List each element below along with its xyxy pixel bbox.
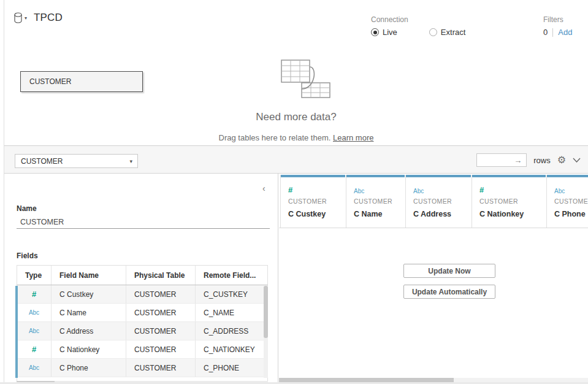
table-row[interactable]: Abc C Address CUSTOMER C_ADDRESS [17, 322, 268, 340]
fields-vertical-scrollbar-thumb[interactable] [264, 286, 268, 338]
table-row[interactable]: # C Custkey CUSTOMER C_CUSTKEY [17, 285, 268, 304]
name-field-underline [17, 228, 270, 229]
field-name-cell: C Custkey [52, 285, 126, 303]
datasource-menu-button[interactable]: ▾ [13, 12, 27, 23]
grid-column-table: CUSTOMER [288, 198, 346, 205]
fields-label: Fields [17, 252, 38, 260]
column-accent-bar [547, 175, 588, 177]
left-rail-edge [0, 0, 4, 384]
grid-column-field: C Custkey [288, 210, 346, 218]
arrow-right-icon: → [514, 156, 522, 165]
live-radio-label[interactable]: Live [383, 28, 397, 37]
string-type-icon: Abc [29, 364, 39, 371]
connection-label: Connection [371, 15, 465, 24]
grid-column-table: CUSTOMER [554, 198, 588, 205]
table-row[interactable]: Abc C Phone CUSTOMER C_PHONE [17, 359, 268, 377]
relate-tables-icon [264, 58, 336, 99]
extract-radio-label[interactable]: Extract [441, 28, 465, 37]
canvas-table-node-label: CUSTOMER [29, 77, 71, 86]
col-header-remote-field[interactable]: Remote Field... [196, 266, 269, 285]
table-name-field[interactable]: CUSTOMER [20, 218, 64, 226]
grid-column-field: C Phone [554, 210, 588, 218]
physical-table-cell: CUSTOMER [126, 359, 196, 377]
grid-header-row: # CUSTOMER C Custkey Abc CUSTOMER C Name… [280, 175, 588, 228]
table-select-dropdown[interactable]: CUSTOMER ▾ [15, 154, 138, 168]
remote-field-cell: C_NAME [196, 304, 269, 321]
column-accent-bar [406, 175, 471, 177]
string-type-icon: Abc [354, 188, 364, 194]
empty-state-title: Need more data? [4, 111, 588, 123]
col-header-type[interactable]: Type [17, 266, 52, 285]
learn-more-link[interactable]: Learn more [333, 133, 373, 142]
col-header-field-name[interactable]: Field Name [52, 266, 126, 285]
fields-table: Type Field Name Physical Table Remote Fi… [17, 265, 268, 377]
update-automatically-button[interactable]: Update Automatically [403, 285, 495, 299]
live-radio[interactable] [371, 28, 379, 36]
rows-count-input[interactable]: → [476, 153, 527, 167]
physical-table-cell: CUSTOMER [126, 322, 196, 340]
grid-column-header[interactable]: # CUSTOMER C Nationkey [472, 175, 547, 228]
rows-controls: → rows ⚙ [476, 153, 581, 167]
column-accent-bar [472, 175, 546, 177]
filters-section: Filters 0 Add [543, 15, 572, 37]
chevron-down-icon: ▾ [25, 15, 27, 21]
table-row[interactable]: # C Nationkey CUSTOMER C_NATIONKEY [17, 340, 268, 359]
table-details-panel: ‹ Name CUSTOMER Fields Type Field Name P… [4, 174, 278, 384]
grid-column-table: CUSTOMER [413, 198, 472, 205]
database-icon [13, 12, 23, 23]
string-type-icon: Abc [29, 328, 39, 334]
gear-icon[interactable]: ⚙ [557, 155, 566, 165]
physical-table-cell: CUSTOMER [126, 304, 196, 321]
filters-divider [552, 28, 553, 37]
col-header-physical-table[interactable]: Physical Table [126, 266, 196, 285]
fields-table-header-row: Type Field Name Physical Table Remote Fi… [17, 265, 268, 285]
canvas-table-node[interactable]: CUSTOMER [20, 71, 143, 92]
remote-field-cell: C_PHONE [196, 359, 269, 377]
connection-section: Connection Live Extract [371, 15, 465, 37]
string-type-icon: Abc [29, 309, 39, 316]
empty-state-hint-text: Drag tables here to relate them. [219, 133, 331, 142]
table-select-value: CUSTOMER [21, 157, 129, 166]
extract-radio[interactable] [429, 28, 437, 36]
field-name-cell: C Phone [52, 359, 126, 377]
empty-state-hint: Drag tables here to relate them. Learn m… [4, 133, 588, 142]
filters-label: Filters [543, 15, 572, 24]
grid-column-header[interactable]: # CUSTOMER C Custkey [281, 175, 346, 228]
grid-column-field: C Name [354, 210, 405, 218]
number-type-icon: # [288, 185, 292, 194]
grid-header-divider [279, 228, 588, 228]
field-name-cell: C Name [52, 304, 126, 321]
remote-field-cell: C_ADDRESS [196, 322, 269, 340]
data-preview-grid: # CUSTOMER C Custkey Abc CUSTOMER C Name… [279, 174, 588, 384]
grid-column-table: CUSTOMER [354, 198, 405, 205]
chevron-down-icon: ▾ [129, 158, 132, 164]
datasource-title[interactable]: TPCD [34, 12, 63, 24]
selection-stripe [15, 286, 18, 378]
string-type-icon: Abc [413, 188, 424, 194]
update-now-button[interactable]: Update Now [403, 264, 495, 278]
table-row[interactable]: Abc C Name CUSTOMER C_NAME [17, 304, 268, 322]
grid-column-table: CUSTOMER [479, 198, 546, 205]
remote-field-cell: C_NATIONKEY [196, 340, 269, 358]
physical-table-cell: CUSTOMER [126, 340, 196, 358]
chevron-down-icon[interactable] [573, 158, 581, 163]
physical-table-cell: CUSTOMER [126, 285, 196, 303]
grid-column-header[interactable]: Abc CUSTOMER C Phone [547, 175, 588, 228]
filters-add-link[interactable]: Add [558, 28, 572, 37]
grid-horizontal-scrollbar-thumb[interactable] [279, 378, 454, 382]
number-type-icon: # [32, 290, 36, 299]
column-accent-bar [281, 175, 345, 177]
collapse-panel-icon[interactable]: ‹ [262, 183, 265, 193]
grid-column-field: C Address [413, 210, 472, 218]
field-name-cell: C Nationkey [52, 340, 126, 358]
logical-table-toolbar: CUSTOMER ▾ → rows ⚙ [4, 146, 588, 174]
rows-label: rows [533, 156, 550, 165]
grid-column-header[interactable]: Abc CUSTOMER C Name [346, 175, 406, 228]
number-type-icon: # [479, 185, 484, 194]
column-accent-bar [346, 175, 405, 177]
field-name-cell: C Address [52, 322, 126, 340]
number-type-icon: # [32, 345, 36, 354]
datasource-page: ▾ TPCD Connection Live Extract Filters 0… [0, 0, 588, 384]
grid-column-field: C Nationkey [479, 210, 546, 218]
grid-column-header[interactable]: Abc CUSTOMER C Address [406, 175, 472, 228]
